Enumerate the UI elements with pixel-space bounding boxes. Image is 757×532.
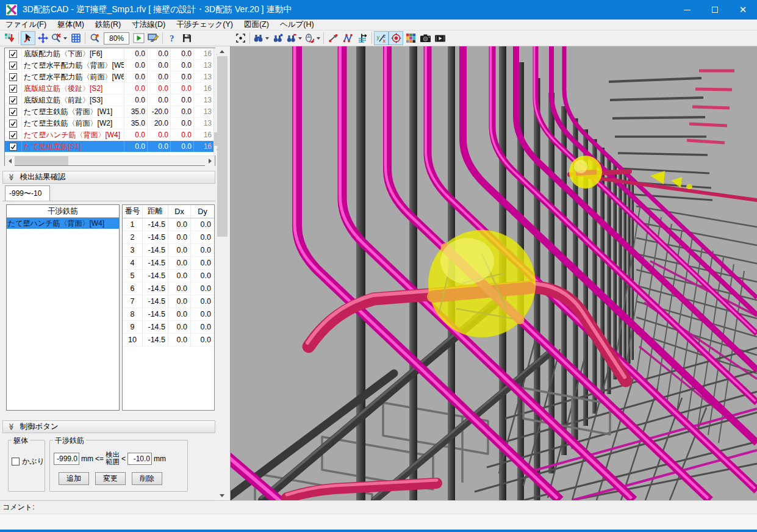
table-row[interactable]: たて壁水平配力筋〈前面〉[W6] 0.0 0.0 0.0 13: [5, 71, 213, 83]
rebar-name: たて壁組立筋[S1]: [22, 141, 124, 152]
find-icon[interactable]: [252, 31, 270, 45]
cell: 0.0: [168, 270, 191, 282]
rebar-value: 35.0: [124, 118, 148, 129]
result-row[interactable]: 10-14.50.00.0: [123, 334, 214, 347]
delete-button[interactable]: 削除: [132, 472, 162, 485]
help-icon[interactable]: ?: [165, 31, 179, 45]
row-checkbox[interactable]: [5, 118, 22, 129]
menubar: ファイル(F) 躯体(M) 鉄筋(R) 寸法線(D) 干渉チェック(Y) 図面(…: [0, 20, 757, 31]
row-checkbox[interactable]: [5, 48, 22, 59]
table-row[interactable]: 底版組立筋〈前趾〉[S3] 0.0 0.0 0.0 13: [5, 95, 213, 106]
palette-icon[interactable]: [403, 31, 418, 45]
menu-rebar[interactable]: 鉄筋(R): [90, 20, 126, 30]
camera-icon[interactable]: [418, 31, 432, 45]
screen-edit-icon[interactable]: [146, 31, 160, 45]
row-checkbox[interactable]: [5, 141, 22, 152]
scrollbar-thumb[interactable]: [217, 56, 228, 237]
range-min-input[interactable]: [54, 453, 79, 465]
menu-dimension[interactable]: 寸法線(D): [126, 20, 171, 30]
zoom-region-icon[interactable]: [87, 31, 102, 45]
list-item-selected[interactable]: たて壁ハンチ筋〈背面〉[W4]: [7, 218, 119, 229]
fit-view-icon[interactable]: [233, 31, 248, 45]
zoom-level-value: 80%: [109, 34, 124, 43]
rebar-value: 0.0: [124, 129, 148, 140]
row-checkbox[interactable]: [5, 83, 22, 94]
cell: -14.5: [143, 270, 168, 282]
interference-display-icon[interactable]: [389, 31, 403, 45]
sidebar-scrollbar[interactable]: [217, 46, 228, 500]
measure-distance-icon[interactable]: [326, 31, 340, 45]
table-row[interactable]: たて壁主鉄筋〈背面〉[W1] 35.0 -20.0 0.0 13: [5, 106, 213, 118]
row-checkbox[interactable]: [5, 71, 22, 82]
comment-label: コメント:: [2, 502, 34, 512]
result-row[interactable]: 2-14.50.00.0: [123, 231, 214, 244]
table-horizontal-scrollbar[interactable]: [5, 156, 215, 165]
result-row[interactable]: 1-14.50.00.0: [123, 218, 214, 231]
row-checkbox[interactable]: [5, 129, 22, 140]
find-remove-icon[interactable]: [285, 31, 303, 45]
select-tool-icon[interactable]: [21, 31, 35, 45]
app-window: 3D配筋CAD - 逆T擁壁_Smp1.rfv [ 擁壁の設計・3D配筋 Ver…: [0, 0, 757, 532]
grid-icon[interactable]: [68, 31, 83, 45]
groupbox-label: 干渉鉄筋: [53, 436, 86, 446]
maximize-button[interactable]: [701, 0, 729, 20]
menu-file[interactable]: ファイル(F): [0, 20, 52, 30]
table-row[interactable]: 底版組立筋〈後趾〉[S2] 0.0 0.0 0.0 16: [5, 83, 213, 95]
dropdown-caret-icon[interactable]: [63, 37, 67, 40]
result-row[interactable]: 3-14.50.00.0: [123, 244, 214, 257]
result-row[interactable]: 9-14.50.00.0: [123, 321, 214, 334]
zoom-level-combo[interactable]: 80%: [104, 32, 129, 45]
menu-body[interactable]: 躯体(M): [52, 20, 90, 30]
result-row[interactable]: 4-14.50.00.0: [123, 257, 214, 270]
section-header-detection[interactable]: ≫ 検出結果確認: [2, 171, 215, 184]
tab-range[interactable]: -999〜-10: [5, 185, 50, 201]
play-icon[interactable]: [131, 31, 146, 45]
scroll-left-icon[interactable]: [5, 156, 15, 166]
result-row[interactable]: 8-14.50.00.0: [123, 308, 214, 321]
dropdown-caret-icon[interactable]: [265, 37, 269, 40]
svg-text:y: y: [376, 34, 379, 40]
table-row[interactable]: たて壁主鉄筋〈前面〉[W2] 35.0 20.0 0.0 13: [5, 118, 213, 129]
add-button[interactable]: 追加: [59, 472, 89, 485]
close-button[interactable]: ✕: [729, 0, 757, 20]
video-icon[interactable]: [432, 31, 447, 45]
scroll-down-icon[interactable]: [217, 491, 227, 500]
viewport-3d[interactable]: [231, 46, 757, 500]
zoom-cancel-icon[interactable]: [50, 31, 68, 45]
menu-interference-check[interactable]: 干渉チェック(Y): [171, 20, 239, 30]
dropdown-caret-icon[interactable]: [298, 37, 302, 40]
menu-help[interactable]: ヘルプ(H): [274, 20, 320, 30]
range-max-input[interactable]: [127, 453, 152, 465]
section-header-controls[interactable]: ≫ 制御ボタン: [2, 420, 215, 433]
dropdown-caret-icon[interactable]: [317, 37, 320, 40]
scroll-up-icon[interactable]: [217, 46, 227, 56]
mouse-rotate-icon[interactable]: [303, 31, 321, 45]
result-row[interactable]: 6-14.50.00.0: [123, 282, 214, 295]
toolbar-separator: [371, 32, 372, 44]
find-add-icon[interactable]: [270, 31, 285, 45]
comment-input-area[interactable]: [0, 514, 757, 530]
row-checkbox[interactable]: [5, 106, 22, 117]
table-row[interactable]: たて壁水平配力筋〈背面〉[W5] 0.0 0.0 0.0 13: [5, 60, 213, 71]
cover-checkbox[interactable]: [12, 458, 20, 466]
scroll-right-icon[interactable]: [205, 156, 215, 166]
row-checkbox[interactable]: [5, 60, 22, 71]
result-row[interactable]: 7-14.50.00.0: [123, 295, 214, 308]
save-icon[interactable]: [179, 31, 194, 45]
change-button[interactable]: 変更: [95, 472, 126, 485]
clip-plane-icon[interactable]: [355, 31, 370, 45]
section-title: 制御ボタン: [20, 422, 59, 432]
pan-icon[interactable]: [35, 31, 50, 45]
minimize-button[interactable]: [673, 0, 701, 20]
table-row-selected[interactable]: たて壁組立筋[S1] 0.0 0.0 0.0 16: [5, 141, 213, 153]
rebar-name: たて壁主鉄筋〈背面〉[W1]: [22, 106, 124, 117]
menu-drawing[interactable]: 図面(Z): [239, 20, 274, 30]
coordinate-display-icon[interactable]: yzx: [374, 31, 389, 45]
table-row[interactable]: 底版配力筋〈下面〉[F6] 0.0 0.0 0.0 16: [5, 48, 213, 60]
measure-path-icon[interactable]: [340, 31, 355, 45]
scrollbar-thumb[interactable]: [15, 156, 68, 165]
result-row[interactable]: 5-14.50.00.0: [123, 270, 214, 282]
import-run-icon[interactable]: [2, 31, 16, 45]
table-row[interactable]: たて壁ハンチ筋〈背面〉[W4] 0.0 0.0 0.0 16: [5, 129, 213, 141]
row-checkbox[interactable]: [5, 95, 22, 106]
